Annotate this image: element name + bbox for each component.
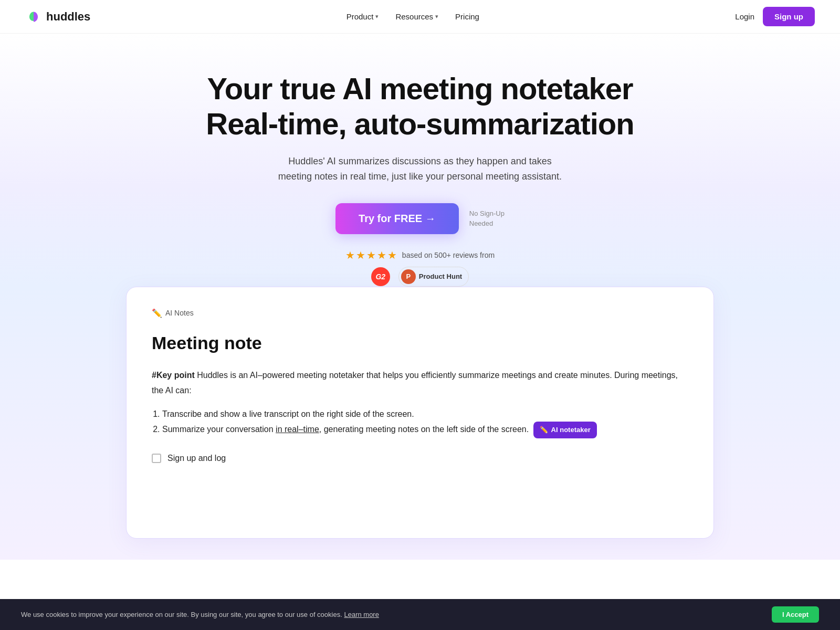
hero-cta-row: Try for FREE → No Sign-Up Needed <box>25 203 815 234</box>
demo-tag: ✏️ AI Notes <box>152 308 194 318</box>
ai-notetaker-tooltip: ✏️ AI notetaker <box>533 422 597 438</box>
logo[interactable]: huddles <box>25 8 90 25</box>
demo-body: #Key point Huddles is an AI–powered meet… <box>152 368 688 466</box>
stars-icon: ★★★★★ <box>345 249 398 261</box>
product-hunt-badge: P Product Hunt <box>398 267 469 287</box>
navbar: huddles Product ▾ Resources ▾ Pricing Lo… <box>0 0 840 34</box>
demo-checkbox-row: Sign up and log <box>152 451 688 466</box>
ai-notes-icon: ✏️ <box>152 308 162 318</box>
product-hunt-icon: P <box>401 269 416 284</box>
nav-product[interactable]: Product ▾ <box>346 12 379 21</box>
signup-button[interactable]: Sign up <box>763 7 815 26</box>
demo-card-title: Meeting note <box>152 333 688 353</box>
g2-badge: G2 <box>371 267 390 286</box>
no-signup-text: No Sign-Up Needed <box>469 208 505 229</box>
product-chevron-icon: ▾ <box>375 13 379 20</box>
nav-actions: Login Sign up <box>735 7 815 26</box>
list-item: Transcribe and show a live transcript on… <box>162 407 688 422</box>
login-button[interactable]: Login <box>735 12 754 21</box>
demo-checkbox[interactable] <box>152 454 161 463</box>
try-free-button[interactable]: Try for FREE → <box>335 203 459 234</box>
reviews-row: ★★★★★ based on 500+ reviews from <box>25 249 815 261</box>
list-item: Summarize your conversation in real–time… <box>162 422 688 438</box>
nav-resources[interactable]: Resources ▾ <box>395 12 438 21</box>
hero-section: Your true AI meeting notetaker Real-time… <box>0 34 840 287</box>
logo-icon <box>25 8 42 25</box>
logo-text: huddles <box>46 10 90 24</box>
ai-notetaker-icon: ✏️ <box>540 424 548 436</box>
demo-list: Transcribe and show a live transcript on… <box>162 407 688 438</box>
resources-chevron-icon: ▾ <box>435 13 438 20</box>
key-point-label: #Key point <box>152 371 195 380</box>
nav-links: Product ▾ Resources ▾ Pricing <box>346 12 479 21</box>
demo-section: ✏️ AI Notes Meeting note #Key point Hudd… <box>0 287 840 560</box>
demo-checkbox-label: Sign up and log <box>167 451 226 466</box>
demo-card: ✏️ AI Notes Meeting note #Key point Hudd… <box>126 287 714 539</box>
nav-pricing[interactable]: Pricing <box>455 12 479 21</box>
hero-title: Your true AI meeting notetaker Real-time… <box>25 71 815 141</box>
hero-subtitle: Huddles' AI summarizes discussions as th… <box>273 154 567 184</box>
product-hunt-text: Product Hunt <box>419 272 462 280</box>
reviews-text: based on 500+ reviews from <box>402 251 495 259</box>
badges-row: G2 P Product Hunt <box>25 267 815 287</box>
